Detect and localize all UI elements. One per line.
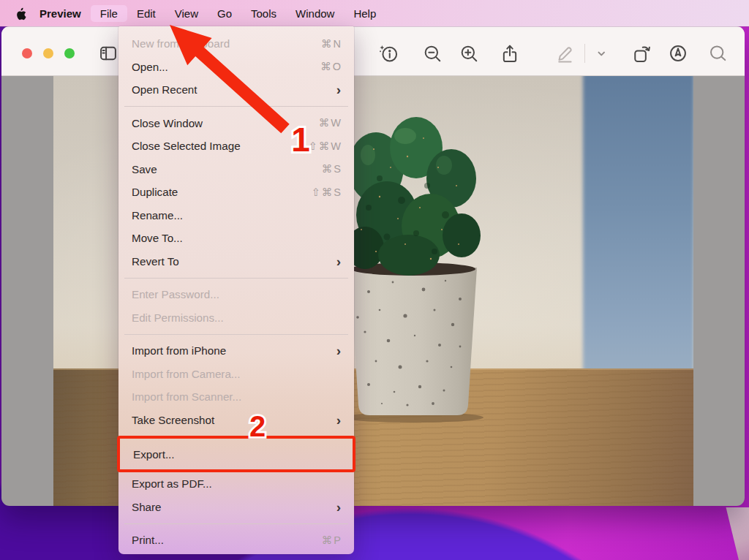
menu-item-open[interactable]: Open...⌘O [118, 56, 354, 79]
menu-item-label: Take Screenshot [132, 414, 336, 426]
menu-item-print[interactable]: Print...⌘P [118, 529, 354, 552]
menu-separator [124, 334, 348, 335]
menu-item-label: Duplicate [132, 186, 312, 198]
menu-item-label: Export as PDF... [132, 477, 342, 490]
menu-item-label: Open... [132, 61, 320, 73]
menu-separator [124, 523, 348, 524]
menu-item-import-from-scanner: Import from Scanner... [118, 385, 354, 409]
menu-item-import-from-iphone[interactable]: Import from iPhone› [118, 339, 354, 363]
menu-item-label: Enter Password... [132, 288, 342, 300]
menu-item-save[interactable]: Save⌘S [118, 158, 354, 181]
menu-item-label: Open Recent [132, 83, 336, 96]
menu-item-label: Rename... [132, 209, 342, 222]
menu-item-shortcut: ⇧⌘S [312, 186, 342, 198]
apple-menu-icon[interactable] [14, 6, 27, 20]
menu-item-shortcut: ⌘N [321, 38, 342, 50]
menu-item-import-from-camera: Import from Camera... [118, 363, 354, 386]
menu-separator [124, 106, 348, 107]
menu-item-edit-permissions: Edit Permissions... [118, 306, 354, 330]
menu-item-shortcut: ⌘P [322, 534, 342, 546]
file-menu: New from Clipboard⌘NOpen...⌘OOpen Recent… [118, 26, 354, 554]
menubar-item-view[interactable]: View [165, 5, 208, 22]
photo-cactus-pot [336, 98, 486, 423]
rotate-icon[interactable] [631, 43, 652, 64]
close-window-button[interactable] [22, 48, 32, 58]
menu-item-label: Import from Scanner... [132, 390, 342, 403]
menu-item-label: Export... [133, 448, 341, 461]
menu-item-label: New from Clipboard [132, 37, 321, 50]
menubar-item-window[interactable]: Window [286, 5, 344, 22]
menu-item-revert-to[interactable]: Revert To› [118, 250, 354, 273]
menu-item-close-selected-image[interactable]: Close Selected Image⇧⌘W [118, 135, 354, 158]
menu-item-share[interactable]: Share› [118, 496, 354, 519]
menu-item-shortcut: ⌘W [319, 117, 342, 129]
menu-item-label: Revert To [132, 255, 336, 268]
menubar-items: PreviewFileEditViewGoToolsWindowHelp [30, 5, 385, 22]
menubar-item-preview[interactable]: Preview [30, 5, 91, 22]
menu-item-label: Edit Permissions... [132, 311, 342, 324]
photo-blue-wall-band [583, 76, 693, 374]
menubar-item-help[interactable]: Help [344, 5, 385, 22]
minimize-window-button[interactable] [43, 48, 53, 58]
menubar-item-tools[interactable]: Tools [241, 5, 286, 22]
menu-separator [124, 278, 348, 279]
zoom-in-icon[interactable] [459, 43, 479, 64]
menu-item-label: Import from iPhone [132, 344, 336, 357]
menu-item-shortcut: ⇧⌘W [309, 140, 342, 152]
wallpaper-wedge [698, 507, 749, 560]
menubar-item-file[interactable]: File [91, 5, 127, 22]
menu-item-close-window[interactable]: Close Window⌘W [118, 112, 354, 135]
menu-item-shortcut: ⌘O [320, 61, 342, 72]
submenu-chevron-icon: › [336, 254, 341, 268]
preview-window [1, 26, 745, 506]
file-menu-items: New from Clipboard⌘NOpen...⌘OOpen Recent… [118, 32, 354, 552]
screen: PreviewFileEditViewGoToolsWindowHelp New… [0, 0, 749, 560]
menu-item-take-screenshot[interactable]: Take Screenshot› [118, 409, 354, 432]
search-icon[interactable] [707, 43, 728, 64]
menubar-item-edit[interactable]: Edit [127, 5, 165, 22]
submenu-chevron-icon: › [336, 344, 341, 357]
export-highlight-box: Export... [117, 436, 355, 472]
toolbar [1, 26, 745, 76]
menu-item-label: Share [132, 501, 336, 513]
menu-item-rename[interactable]: Rename... [118, 204, 354, 227]
submenu-chevron-icon: › [336, 413, 341, 427]
fullscreen-window-button[interactable] [64, 48, 75, 58]
annotate-icon[interactable] [668, 43, 688, 64]
zoom-out-icon[interactable] [422, 43, 443, 64]
menu-item-duplicate[interactable]: Duplicate⇧⌘S [118, 181, 354, 204]
get-info-icon[interactable] [378, 43, 399, 64]
markup-dropdown-chevron-icon[interactable] [591, 43, 611, 64]
menu-item-open-recent[interactable]: Open Recent› [118, 78, 354, 102]
menu-item-export-as-pdf[interactable]: Export as PDF... [118, 472, 354, 496]
submenu-chevron-icon: › [336, 500, 341, 514]
menu-item-new-from-clipboard: New from Clipboard⌘N [118, 32, 354, 56]
menu-item-label: Print... [132, 534, 322, 546]
sidebar-icon[interactable] [98, 43, 118, 64]
menu-item-label: Close Selected Image [132, 140, 309, 152]
menu-item-move-to[interactable]: Move To... [118, 227, 354, 250]
menu-item-label: Save [132, 163, 322, 175]
menu-item-label: Import from Camera... [132, 368, 342, 380]
submenu-chevron-icon: › [336, 83, 341, 97]
menu-item-shortcut: ⌘S [322, 163, 342, 175]
menu-item-enter-password: Enter Password... [118, 283, 354, 306]
menu-item-label: Move To... [132, 232, 342, 244]
menubar-item-go[interactable]: Go [208, 5, 241, 22]
menu-item-export[interactable]: Export... [120, 439, 353, 469]
share-icon[interactable] [500, 43, 520, 64]
markup-pencil-icon [555, 43, 576, 64]
menubar: PreviewFileEditViewGoToolsWindowHelp [0, 0, 749, 26]
toolbar-divider [584, 44, 585, 63]
menu-item-label: Close Window [132, 117, 319, 129]
